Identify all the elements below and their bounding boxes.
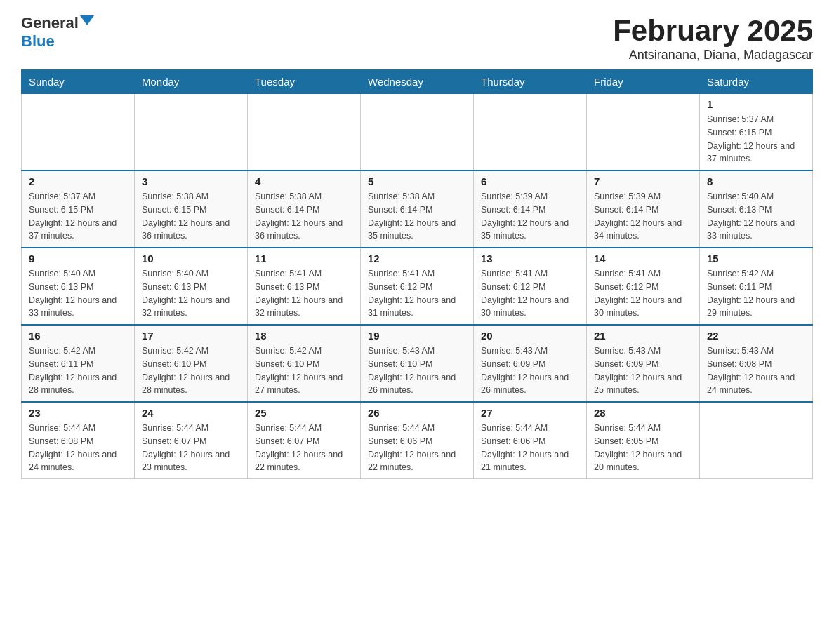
day-info: Sunrise: 5:37 AM Sunset: 6:15 PM Dayligh…: [707, 113, 805, 166]
col-monday: Monday: [135, 70, 248, 94]
logo-general: General: [21, 14, 79, 32]
table-row: 28Sunrise: 5:44 AM Sunset: 6:05 PM Dayli…: [587, 402, 700, 479]
day-info: Sunrise: 5:43 AM Sunset: 6:08 PM Dayligh…: [707, 344, 805, 397]
calendar-week-row: 16Sunrise: 5:42 AM Sunset: 6:11 PM Dayli…: [22, 325, 813, 402]
table-row: 19Sunrise: 5:43 AM Sunset: 6:10 PM Dayli…: [361, 325, 474, 402]
table-row: [22, 94, 135, 171]
day-info: Sunrise: 5:44 AM Sunset: 6:06 PM Dayligh…: [481, 422, 579, 474]
table-row: [700, 402, 813, 479]
table-row: [587, 94, 700, 171]
day-number: 20: [481, 330, 579, 342]
calendar-week-row: 9Sunrise: 5:40 AM Sunset: 6:13 PM Daylig…: [22, 248, 813, 325]
day-number: 3: [142, 175, 240, 187]
day-number: 25: [255, 407, 353, 419]
day-number: 28: [594, 407, 692, 419]
table-row: 22Sunrise: 5:43 AM Sunset: 6:08 PM Dayli…: [700, 325, 813, 402]
day-number: 6: [481, 175, 579, 187]
day-info: Sunrise: 5:41 AM Sunset: 6:12 PM Dayligh…: [368, 267, 466, 320]
calendar-header-row: Sunday Monday Tuesday Wednesday Thursday…: [22, 70, 813, 94]
table-row: 17Sunrise: 5:42 AM Sunset: 6:10 PM Dayli…: [135, 325, 248, 402]
col-thursday: Thursday: [474, 70, 587, 94]
table-row: 7Sunrise: 5:39 AM Sunset: 6:14 PM Daylig…: [587, 170, 700, 248]
day-number: 11: [255, 253, 353, 264]
table-row: [135, 94, 248, 171]
day-number: 7: [594, 175, 692, 187]
day-info: Sunrise: 5:44 AM Sunset: 6:07 PM Dayligh…: [255, 422, 353, 474]
day-info: Sunrise: 5:41 AM Sunset: 6:12 PM Dayligh…: [481, 267, 579, 320]
table-row: 13Sunrise: 5:41 AM Sunset: 6:12 PM Dayli…: [474, 248, 587, 325]
day-info: Sunrise: 5:44 AM Sunset: 6:08 PM Dayligh…: [29, 422, 127, 474]
col-friday: Friday: [587, 70, 700, 94]
table-row: 14Sunrise: 5:41 AM Sunset: 6:12 PM Dayli…: [587, 248, 700, 325]
table-row: 26Sunrise: 5:44 AM Sunset: 6:06 PM Dayli…: [361, 402, 474, 479]
table-row: 18Sunrise: 5:42 AM Sunset: 6:10 PM Dayli…: [248, 325, 361, 402]
col-saturday: Saturday: [700, 70, 813, 94]
table-row: 4Sunrise: 5:38 AM Sunset: 6:14 PM Daylig…: [248, 170, 361, 248]
table-row: [248, 94, 361, 171]
table-row: 23Sunrise: 5:44 AM Sunset: 6:08 PM Dayli…: [22, 402, 135, 479]
day-number: 10: [142, 253, 240, 264]
day-info: Sunrise: 5:42 AM Sunset: 6:10 PM Dayligh…: [255, 344, 353, 397]
col-sunday: Sunday: [22, 70, 135, 94]
table-row: 8Sunrise: 5:40 AM Sunset: 6:13 PM Daylig…: [700, 170, 813, 248]
day-number: 19: [368, 330, 466, 342]
day-number: 18: [255, 330, 353, 342]
table-row: 25Sunrise: 5:44 AM Sunset: 6:07 PM Dayli…: [248, 402, 361, 479]
day-number: 21: [594, 330, 692, 342]
page-header: General Blue February 2025 Antsiranana, …: [21, 14, 813, 62]
day-info: Sunrise: 5:42 AM Sunset: 6:11 PM Dayligh…: [707, 267, 805, 320]
col-wednesday: Wednesday: [361, 70, 474, 94]
calendar-week-row: 1Sunrise: 5:37 AM Sunset: 6:15 PM Daylig…: [22, 94, 813, 171]
title-block: February 2025 Antsiranana, Diana, Madaga…: [613, 14, 813, 62]
table-row: 1Sunrise: 5:37 AM Sunset: 6:15 PM Daylig…: [700, 94, 813, 171]
day-info: Sunrise: 5:37 AM Sunset: 6:15 PM Dayligh…: [29, 190, 127, 243]
table-row: [361, 94, 474, 171]
day-number: 16: [29, 330, 127, 342]
month-title: February 2025: [613, 14, 813, 48]
table-row: 2Sunrise: 5:37 AM Sunset: 6:15 PM Daylig…: [22, 170, 135, 248]
calendar-week-row: 23Sunrise: 5:44 AM Sunset: 6:08 PM Dayli…: [22, 402, 813, 479]
day-number: 23: [29, 407, 127, 419]
calendar-week-row: 2Sunrise: 5:37 AM Sunset: 6:15 PM Daylig…: [22, 170, 813, 248]
day-info: Sunrise: 5:41 AM Sunset: 6:13 PM Dayligh…: [255, 267, 353, 320]
table-row: 5Sunrise: 5:38 AM Sunset: 6:14 PM Daylig…: [361, 170, 474, 248]
day-number: 13: [481, 253, 579, 264]
table-row: 11Sunrise: 5:41 AM Sunset: 6:13 PM Dayli…: [248, 248, 361, 325]
day-number: 22: [707, 330, 805, 342]
day-number: 15: [707, 253, 805, 264]
day-number: 4: [255, 175, 353, 187]
table-row: 20Sunrise: 5:43 AM Sunset: 6:09 PM Dayli…: [474, 325, 587, 402]
day-number: 9: [29, 253, 127, 264]
table-row: 3Sunrise: 5:38 AM Sunset: 6:15 PM Daylig…: [135, 170, 248, 248]
day-info: Sunrise: 5:40 AM Sunset: 6:13 PM Dayligh…: [29, 267, 127, 320]
col-tuesday: Tuesday: [248, 70, 361, 94]
calendar-table: Sunday Monday Tuesday Wednesday Thursday…: [21, 69, 813, 479]
day-info: Sunrise: 5:39 AM Sunset: 6:14 PM Dayligh…: [481, 190, 579, 243]
table-row: 27Sunrise: 5:44 AM Sunset: 6:06 PM Dayli…: [474, 402, 587, 479]
table-row: 12Sunrise: 5:41 AM Sunset: 6:12 PM Dayli…: [361, 248, 474, 325]
day-number: 27: [481, 407, 579, 419]
day-number: 14: [594, 253, 692, 264]
day-info: Sunrise: 5:42 AM Sunset: 6:10 PM Dayligh…: [142, 344, 240, 397]
day-number: 8: [707, 175, 805, 187]
day-number: 12: [368, 253, 466, 264]
day-info: Sunrise: 5:38 AM Sunset: 6:14 PM Dayligh…: [255, 190, 353, 243]
table-row: 6Sunrise: 5:39 AM Sunset: 6:14 PM Daylig…: [474, 170, 587, 248]
table-row: 21Sunrise: 5:43 AM Sunset: 6:09 PM Dayli…: [587, 325, 700, 402]
day-number: 17: [142, 330, 240, 342]
day-info: Sunrise: 5:43 AM Sunset: 6:09 PM Dayligh…: [594, 344, 692, 397]
day-info: Sunrise: 5:43 AM Sunset: 6:09 PM Dayligh…: [481, 344, 579, 397]
table-row: 9Sunrise: 5:40 AM Sunset: 6:13 PM Daylig…: [22, 248, 135, 325]
day-info: Sunrise: 5:39 AM Sunset: 6:14 PM Dayligh…: [594, 190, 692, 243]
day-info: Sunrise: 5:42 AM Sunset: 6:11 PM Dayligh…: [29, 344, 127, 397]
day-info: Sunrise: 5:38 AM Sunset: 6:15 PM Dayligh…: [142, 190, 240, 243]
day-info: Sunrise: 5:44 AM Sunset: 6:07 PM Dayligh…: [142, 422, 240, 474]
table-row: 10Sunrise: 5:40 AM Sunset: 6:13 PM Dayli…: [135, 248, 248, 325]
day-info: Sunrise: 5:43 AM Sunset: 6:10 PM Dayligh…: [368, 344, 466, 397]
day-number: 2: [29, 175, 127, 187]
day-info: Sunrise: 5:40 AM Sunset: 6:13 PM Dayligh…: [142, 267, 240, 320]
table-row: 24Sunrise: 5:44 AM Sunset: 6:07 PM Dayli…: [135, 402, 248, 479]
logo-blue: Blue: [21, 32, 55, 51]
logo: General Blue: [21, 14, 94, 51]
day-number: 1: [707, 98, 805, 110]
